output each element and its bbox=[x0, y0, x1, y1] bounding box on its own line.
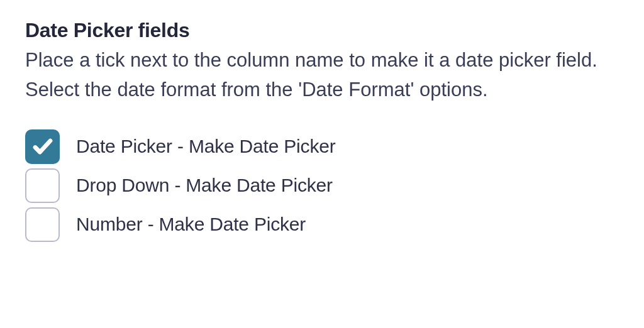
checkbox-number[interactable] bbox=[25, 207, 60, 242]
option-label-drop-down[interactable]: Drop Down - Make Date Picker bbox=[76, 175, 333, 196]
option-row-date-picker: Date Picker - Make Date Picker bbox=[25, 127, 619, 166]
option-label-number[interactable]: Number - Make Date Picker bbox=[76, 214, 306, 235]
option-row-number: Number - Make Date Picker bbox=[25, 205, 619, 244]
checkbox-drop-down[interactable] bbox=[25, 168, 60, 203]
option-row-drop-down: Drop Down - Make Date Picker bbox=[25, 166, 619, 205]
section-heading: Date Picker fields bbox=[25, 19, 619, 42]
check-icon bbox=[31, 135, 54, 158]
section-description: Place a tick next to the column name to … bbox=[25, 46, 616, 104]
date-picker-options: Date Picker - Make Date Picker Drop Down… bbox=[25, 127, 619, 244]
checkbox-date-picker[interactable] bbox=[25, 129, 60, 164]
option-label-date-picker[interactable]: Date Picker - Make Date Picker bbox=[76, 136, 335, 157]
